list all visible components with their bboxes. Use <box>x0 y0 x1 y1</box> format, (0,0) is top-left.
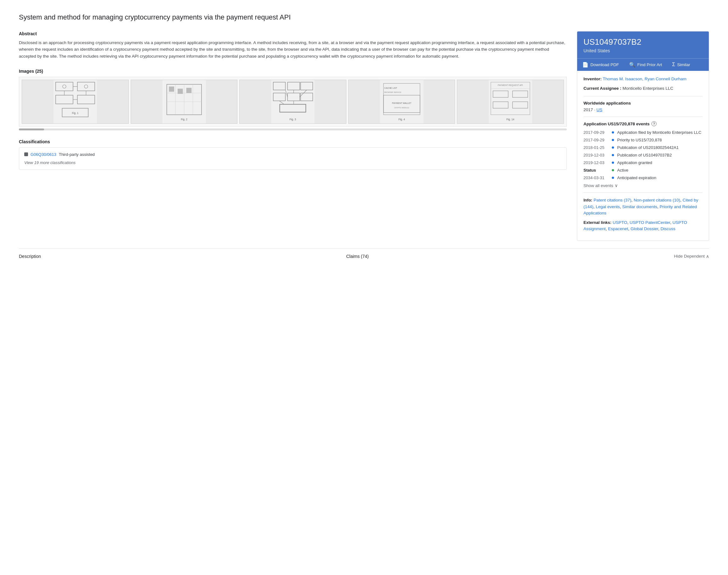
sep-3: , <box>594 204 596 209</box>
info-label: Info: <box>584 198 592 202</box>
svg-text:PAYMENT WALLET: PAYMENT WALLET <box>392 102 412 104</box>
status-dot <box>612 169 614 171</box>
event-date-2: 2017-09-29 <box>584 138 609 142</box>
chevron-down-icon: ∨ <box>615 183 618 188</box>
event-date-4: 2019-12-03 <box>584 153 609 158</box>
classification-item-1: G06Q30/0613 Third-party assisted <box>24 152 561 157</box>
svg-text:CACHE LIST: CACHE LIST <box>384 87 397 89</box>
image-thumb-4[interactable]: CACHE LIST BROWSER SERVICE PAYMENT WALLE… <box>348 80 455 124</box>
info-link-4[interactable]: Legal events <box>596 204 620 209</box>
worldwide-us-link[interactable]: US <box>596 107 602 112</box>
help-icon[interactable]: ? <box>652 121 657 126</box>
events-title-text: Application US15/720,878 events <box>584 122 650 126</box>
assignee-label: Current Assignee : <box>584 86 621 91</box>
info-link-2[interactable]: Non-patent citations (10) <box>634 198 681 202</box>
abstract-title: Abstract <box>19 31 567 36</box>
event-row-4: 2019-12-03 Publication of US10497037B2 <box>584 153 702 158</box>
esep-2: , <box>670 220 672 225</box>
bottom-bar: Description Claims (74) Hide Dependent ∧ <box>19 248 709 259</box>
event-row-5: 2019-12-03 Application granted <box>584 160 702 165</box>
class-code[interactable]: G06Q30/0613 <box>31 152 56 157</box>
event-date-3: 2018-01-25 <box>584 145 609 150</box>
image-thumb-1[interactable]: Fig. 1 <box>22 80 129 124</box>
status-row: Status Active <box>584 168 702 173</box>
svg-text:Fig. 1: Fig. 1 <box>72 111 78 114</box>
claims-label[interactable]: Claims (74) <box>346 254 369 259</box>
event-row-2: 2017-09-29 Priority to US15/720,878 <box>584 138 702 142</box>
event-dot-1 <box>612 131 614 134</box>
event-dot-5 <box>612 162 614 164</box>
images-strip[interactable]: Fig. 1 <box>19 77 567 127</box>
similar-label: Similar <box>677 62 690 67</box>
page-title: System and method for managing cryptocur… <box>19 12 709 22</box>
hide-dependent-label: Hide Dependent <box>674 254 705 259</box>
svg-text:BROWSER SERVICE: BROWSER SERVICE <box>384 91 401 93</box>
event-row-3: 2018-01-25 Publication of US20180025442A… <box>584 145 702 150</box>
divider-2 <box>584 116 702 117</box>
image-thumb-2[interactable]: Fig. 2 <box>131 80 238 124</box>
info-row: Info: Patent citations (37), Non-patent … <box>584 197 702 216</box>
sep-1: , <box>631 198 634 202</box>
class-icon <box>24 153 28 156</box>
download-pdf-button[interactable]: 📄 Download PDF <box>577 59 624 71</box>
events-title: Application US15/720,878 events ? <box>584 121 702 126</box>
info-link-5[interactable]: Similar documents <box>622 204 657 209</box>
svg-text:Fig. 4: Fig. 4 <box>398 118 405 121</box>
year-us: 2017 · US <box>584 107 702 112</box>
ext-link-1[interactable]: USPTO <box>613 220 627 225</box>
worldwide-year: 2017 <box>584 107 593 112</box>
image-thumb-3[interactable]: Fig. 3 <box>239 80 346 124</box>
patent-id: US10497037B2 <box>584 37 702 47</box>
class-label: Third-party assisted <box>59 152 95 157</box>
expiration-row: 2034-03-31 Anticipated expiration <box>584 175 702 180</box>
ext-link-2[interactable]: USPTO PatentCenter <box>629 220 670 225</box>
event-text-1: Application filed by Monticello Enterpri… <box>617 130 702 135</box>
event-text-3: Publication of US20180025442A1 <box>617 145 702 150</box>
event-row-1: 2017-09-29 Application filed by Monticel… <box>584 130 702 135</box>
assignee-value: Monticello Enterprises LLC <box>623 86 673 91</box>
classifications-title: Classifications <box>19 139 567 144</box>
expiration-date: 2034-03-31 <box>584 175 609 180</box>
event-text-4: Publication of US10497037B2 <box>617 153 702 158</box>
expiration-dot <box>612 177 614 179</box>
left-column: Abstract Disclosed is an approach for pr… <box>19 31 567 177</box>
external-links-row: External links: USPTO, USPTO PatentCente… <box>584 219 702 232</box>
view-more-classifications-link[interactable]: View 19 more classifications <box>24 160 76 165</box>
image-thumb-5[interactable]: PAYMENT REQUEST API Fig. 14 <box>457 80 564 124</box>
hide-dependent-button[interactable]: Hide Dependent ∧ <box>674 254 709 259</box>
event-date-5: 2019-12-03 <box>584 160 609 165</box>
inventor-names[interactable]: Thomas M. Isaacson, Ryan Connell Durham <box>603 76 687 81</box>
esep-5: , <box>658 227 661 231</box>
events-section: Application US15/720,878 events ? 2017-0… <box>584 121 702 188</box>
chevron-up-icon: ∧ <box>706 254 709 259</box>
svg-text:Fig. 3: Fig. 3 <box>290 118 296 121</box>
worldwide-title: Worldwide applications <box>584 101 702 105</box>
inventor-label: Inventor: <box>584 76 602 81</box>
sep-4: , <box>620 204 623 209</box>
status-value: Active <box>617 168 628 173</box>
ext-link-6[interactable]: Discuss <box>661 227 675 231</box>
external-label: External links: <box>584 220 612 225</box>
image-scrollbar[interactable] <box>19 129 567 130</box>
svg-rect-22 <box>186 88 192 93</box>
patent-header: US10497037B2 United States <box>577 32 709 58</box>
download-pdf-label: Download PDF <box>590 62 619 67</box>
event-text-2: Priority to US15/720,878 <box>617 138 702 142</box>
similar-button[interactable]: Σ Similar <box>667 59 695 71</box>
images-section: Images (25) Fig. 1 <box>19 69 567 130</box>
ext-link-4[interactable]: Espacenet <box>608 227 628 231</box>
svg-text:Fig. 14: Fig. 14 <box>507 118 515 121</box>
find-prior-art-label: Find Prior Art <box>637 62 662 67</box>
svg-rect-20 <box>169 86 174 92</box>
show-all-events-label: Show all events <box>584 183 613 188</box>
find-prior-art-button[interactable]: 🔍 Find Prior Art <box>624 59 667 71</box>
expiration-text: Anticipated expiration <box>617 175 702 180</box>
find-prior-art-icon: 🔍 <box>629 62 635 68</box>
event-dot-4 <box>612 154 614 156</box>
description-label[interactable]: Description <box>19 254 41 259</box>
ext-link-5[interactable]: Global Dossier <box>630 227 658 231</box>
show-all-events-button[interactable]: Show all events ∨ <box>584 183 702 188</box>
patent-card: US10497037B2 United States 📄 Download PD… <box>577 31 709 241</box>
patent-actions: 📄 Download PDF 🔍 Find Prior Art Σ Simila… <box>577 58 709 71</box>
info-link-1[interactable]: Patent citations (37) <box>594 198 631 202</box>
